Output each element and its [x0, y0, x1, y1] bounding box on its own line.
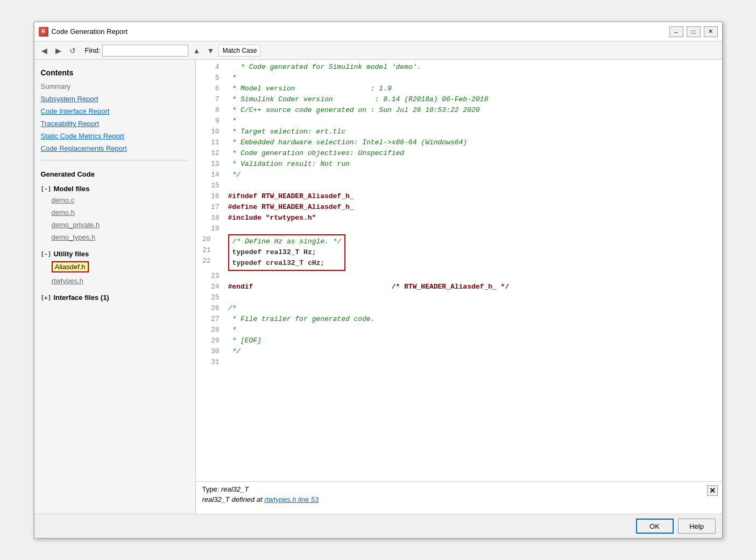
info-detail-link[interactable]: rtwtypes.h line 53	[264, 495, 319, 503]
utility-files-label: Utility files	[53, 250, 89, 258]
sidebar: Contents Summary Subsystem Report Code I…	[34, 60, 196, 514]
code-line-17: 17 #define RTW_HEADER_Aliasdef_h_	[196, 202, 722, 213]
code-line-15: 15	[196, 180, 722, 191]
match-case-button[interactable]: Match Case	[218, 45, 260, 57]
code-line-8: 8 * C/C++ source code generated on : Sun…	[196, 105, 722, 116]
type-label: Type:	[202, 485, 220, 493]
code-line-6: 6 * Model version : 1.9	[196, 83, 722, 94]
file-demo-types-h[interactable]: demo_types.h	[41, 232, 189, 242]
interface-files-section: [+] Interface files (1)	[41, 293, 189, 302]
model-files-label: Model files	[53, 185, 89, 193]
find-label: Find:	[85, 46, 101, 54]
code-line-26: 26 /*	[196, 303, 722, 314]
code-line-11: 11 * Embedded hardware selection: Intel-…	[196, 137, 722, 148]
selected-file-label[interactable]: Aliasdef.h	[52, 261, 89, 272]
code-line-19: 19	[196, 223, 722, 234]
code-highlight-border: /* Define Hz as single. */ typedef real3…	[228, 234, 346, 271]
code-line-14: 14 */	[196, 170, 722, 180]
code-line-16: 16 #ifndef RTW_HEADER_Aliasdef_h_	[196, 191, 722, 202]
info-type-line: Type: real32_T	[202, 485, 716, 493]
utility-files-collapse-btn[interactable]: [-]	[41, 250, 52, 257]
toolbar: ◀ ▶ ↺ Find: ▲ ▼ Match Case	[34, 41, 722, 60]
model-files-collapse-btn[interactable]: [-]	[41, 185, 52, 192]
window-controls: – □ ✕	[669, 26, 718, 37]
code-line-28: 28 *	[196, 325, 722, 335]
file-demo-c[interactable]: demo.c	[41, 195, 189, 205]
code-line-30: 30 */	[196, 346, 722, 357]
summary-link[interactable]: Summary	[41, 81, 189, 92]
code-interface-report-link[interactable]: Code Interface Report	[41, 106, 189, 116]
traceability-report-link[interactable]: Traceability Report	[41, 118, 189, 129]
file-rtwtypes-h[interactable]: rtwtypes.h	[41, 276, 189, 286]
interface-files-label: Interface files (1)	[53, 293, 109, 302]
find-down-button[interactable]: ▼	[204, 45, 216, 57]
help-button[interactable]: Help	[678, 519, 716, 534]
code-highlight-block: 20 21 22 /* Define Hz as single. */ type…	[196, 234, 722, 271]
file-aliasdef-h[interactable]: Aliasdef.h	[41, 260, 189, 274]
subsystem-report-link[interactable]: Subsystem Report	[41, 94, 189, 104]
main-area: Contents Summary Subsystem Report Code I…	[34, 60, 722, 514]
minimize-button[interactable]: –	[669, 26, 683, 37]
static-code-metrics-link[interactable]: Static Code Metrics Report	[41, 131, 189, 141]
utility-files-section: [-] Utility files	[41, 250, 189, 258]
close-button[interactable]: ✕	[704, 26, 718, 37]
code-line-4: 4 * Code generated for Simulink model 'd…	[196, 62, 722, 73]
contents-heading: Contents	[41, 68, 189, 77]
code-line-9: 9 *	[196, 116, 722, 127]
sidebar-divider-1	[41, 160, 189, 160]
file-demo-h[interactable]: demo.h	[41, 207, 189, 218]
bottom-bar: OK Help	[34, 514, 722, 538]
code-line-5: 5 *	[196, 73, 722, 83]
window-title: Code Generation Report	[52, 27, 669, 36]
code-panel: 4 * Code generated for Simulink model 'd…	[196, 60, 722, 514]
info-bar: Type: real32_T real32_T defined at rtwty…	[196, 481, 722, 514]
forward-button[interactable]: ▶	[53, 45, 65, 57]
find-up-button[interactable]: ▲	[190, 45, 202, 57]
code-line-24: 24 #endif /* RTW_HEADER_Aliasdef_h_ */	[196, 282, 722, 292]
interface-files-collapse-btn[interactable]: [+]	[41, 294, 52, 301]
code-replacements-link[interactable]: Code Replacements Report	[41, 143, 189, 153]
info-bar-close-button[interactable]: ✕	[707, 485, 718, 496]
title-bar: R Code Generation Report – □ ✕	[34, 22, 722, 41]
code-line-13: 13 * Validation result: Not run	[196, 159, 722, 170]
code-area[interactable]: 4 * Code generated for Simulink model 'd…	[196, 60, 722, 481]
main-window: R Code Generation Report – □ ✕ ◀ ▶ ↺ Fin…	[34, 22, 723, 538]
code-line-23: 23	[196, 271, 722, 282]
model-files-section: [-] Model files	[41, 185, 189, 193]
code-line-31: 31	[196, 357, 722, 368]
ok-button[interactable]: OK	[636, 519, 674, 534]
info-detail-text: real32_T defined at	[202, 495, 263, 503]
code-line-27: 27 * File trailer for generated code.	[196, 314, 722, 325]
code-line-29: 29 * [EOF]	[196, 335, 722, 346]
code-line-25: 25	[196, 292, 722, 303]
code-line-7: 7 * Simulink Coder version : 8.14 (R2018…	[196, 94, 722, 105]
maximize-button[interactable]: □	[687, 26, 701, 37]
code-line-18: 18 #include "rtwtypes.h"	[196, 213, 722, 223]
code-line-10: 10 * Target selection: ert.tlc	[196, 127, 722, 137]
refresh-button[interactable]: ↺	[67, 45, 79, 57]
app-icon: R	[39, 27, 48, 37]
back-button[interactable]: ◀	[39, 45, 51, 57]
code-line-12: 12 * Code generation objectives: Unspeci…	[196, 148, 722, 159]
find-input[interactable]	[102, 45, 188, 57]
file-demo-private-h[interactable]: demo_private.h	[41, 220, 189, 230]
info-detail-line: real32_T defined at rtwtypes.h line 53	[202, 495, 716, 503]
generated-code-heading: Generated Code	[41, 170, 189, 178]
type-value: real32_T	[221, 485, 249, 493]
